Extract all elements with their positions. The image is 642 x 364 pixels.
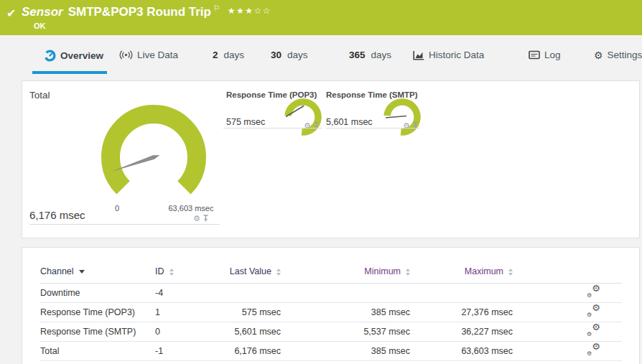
cell-minimum: 385 msec bbox=[281, 302, 410, 322]
channel-settings-icon[interactable]: ⚙⚙ bbox=[587, 325, 600, 336]
gear-icon[interactable]: ⚙ bbox=[304, 122, 311, 130]
cell-minimum: 385 msec bbox=[281, 341, 410, 360]
channel-settings-icon[interactable]: ⚙⚙ bbox=[587, 286, 600, 297]
divider bbox=[223, 128, 322, 129]
broadcast-icon bbox=[119, 50, 133, 60]
channel-table: Channel ID Last Value Minimum Maximum Do… bbox=[40, 261, 622, 361]
sort-icon bbox=[508, 269, 513, 276]
pin-icon[interactable] bbox=[412, 122, 419, 130]
column-header-minimum[interactable]: Minimum bbox=[281, 261, 410, 283]
gauge-tile-actions[interactable]: ⚙ bbox=[304, 122, 320, 130]
gauge-max-label: 63,603 msec bbox=[144, 204, 238, 213]
tab-label: days bbox=[224, 50, 245, 60]
sensor-page: ✔ Sensor SMTP&POP3 Round Trip ⚐ ★★★☆☆ OK… bbox=[0, 0, 642, 364]
gauge-value-pop3: 575 msec bbox=[226, 117, 265, 127]
area-chart-icon bbox=[413, 50, 424, 60]
cell-maximum: 63,603 msec bbox=[410, 341, 513, 360]
active-tab-underline bbox=[32, 71, 107, 74]
sort-icon bbox=[169, 269, 174, 276]
channel-settings-icon[interactable]: ⚙⚙ bbox=[587, 345, 600, 355]
log-icon bbox=[529, 50, 540, 60]
cell-last-value: 575 msec bbox=[216, 302, 281, 322]
gauge-min-label: 0 bbox=[110, 204, 124, 213]
gauge-tile-actions[interactable]: ⚙ bbox=[193, 215, 209, 223]
cell-last-value: 5,601 msec bbox=[216, 322, 281, 341]
sort-desc-icon bbox=[79, 270, 85, 274]
ok-check-icon: ✔ bbox=[6, 6, 16, 20]
sensor-status-text: OK bbox=[34, 22, 46, 30]
tab-settings[interactable]: ⚙ Settings bbox=[594, 50, 642, 60]
tab-2-days[interactable]: 2 days bbox=[213, 50, 244, 60]
column-header-actions bbox=[513, 261, 622, 283]
tab-label: Settings bbox=[608, 50, 642, 60]
total-gauge bbox=[101, 105, 206, 210]
cell-id: -1 bbox=[155, 341, 216, 360]
gear-icon: ⚙ bbox=[594, 50, 603, 60]
sensor-title: SMTP&POP3 Round Trip bbox=[68, 5, 211, 19]
channel-settings-icon[interactable]: ⚙⚙ bbox=[587, 306, 600, 317]
overview-gauges-panel: Total 0 63,603 msec 6,176 msec ⚙ Respons… bbox=[22, 80, 640, 238]
pin-icon[interactable] bbox=[313, 122, 320, 130]
cell-channel: Downtime bbox=[40, 283, 155, 302]
table-row: Response Time (SMTP) 0 5,601 msec 5,537 … bbox=[40, 322, 622, 341]
tab-label: days bbox=[287, 50, 308, 60]
cell-id: 0 bbox=[155, 322, 216, 341]
gauge-value-smtp: 5,601 msec bbox=[326, 117, 373, 127]
tab-number: 2 bbox=[213, 50, 218, 60]
channel-table-panel: Channel ID Last Value Minimum Maximum Do… bbox=[22, 247, 640, 364]
tab-number: 365 bbox=[349, 50, 366, 60]
tab-label: Historic Data bbox=[429, 50, 484, 60]
sensor-kind-label: Sensor bbox=[22, 5, 63, 19]
cell-id: -4 bbox=[155, 283, 216, 302]
tab-live-data[interactable]: Live Data bbox=[119, 50, 178, 60]
cell-channel: Total bbox=[40, 341, 155, 360]
table-row: Response Time (POP3) 1 575 msec 385 msec… bbox=[40, 302, 622, 322]
tab-label: Log bbox=[544, 50, 561, 60]
table-row: Total -1 6,176 msec 385 msec 63,603 msec… bbox=[40, 341, 622, 360]
star-rating[interactable]: ★★★☆☆ bbox=[228, 6, 271, 16]
tab-365-days[interactable]: 365 days bbox=[349, 50, 391, 60]
pop3-gauge bbox=[284, 98, 322, 136]
table-header-row: Channel ID Last Value Minimum Maximum bbox=[40, 261, 622, 283]
cell-id: 1 bbox=[155, 302, 216, 322]
cell-channel: Response Time (POP3) bbox=[40, 302, 155, 322]
tab-number: 30 bbox=[271, 50, 282, 60]
cell-maximum bbox=[410, 283, 513, 302]
column-header-maximum[interactable]: Maximum bbox=[410, 261, 513, 283]
gauge-needle bbox=[386, 116, 406, 118]
sensor-title-line: Sensor SMTP&POP3 Round Trip ⚐ ★★★☆☆ bbox=[22, 5, 271, 19]
cell-channel: Response Time (SMTP) bbox=[40, 322, 155, 341]
gauge-tile-actions[interactable]: ⚙ bbox=[403, 122, 419, 130]
cell-last-value bbox=[216, 283, 281, 302]
pin-icon[interactable] bbox=[203, 215, 209, 223]
cell-maximum: 27,376 msec bbox=[410, 302, 513, 322]
gear-icon[interactable]: ⚙ bbox=[193, 215, 200, 223]
cell-minimum bbox=[281, 283, 410, 302]
column-header-id[interactable]: ID bbox=[155, 261, 216, 283]
cell-maximum: 36,227 msec bbox=[410, 322, 513, 341]
priority-flag-icon[interactable]: ⚐ bbox=[213, 4, 220, 13]
tab-label: Live Data bbox=[137, 50, 178, 60]
gauge-value-total: 6,176 msec bbox=[29, 209, 85, 221]
column-header-channel[interactable]: Channel bbox=[40, 261, 155, 283]
gear-icon[interactable]: ⚙ bbox=[403, 122, 410, 130]
sort-icon bbox=[406, 269, 410, 276]
sensor-status-bar: ✔ Sensor SMTP&POP3 Round Trip ⚐ ★★★☆☆ OK bbox=[0, 0, 642, 35]
divider bbox=[325, 128, 419, 129]
tab-label: days bbox=[371, 50, 392, 60]
gauge-icon bbox=[44, 50, 56, 62]
smtp-gauge bbox=[383, 98, 421, 136]
tab-30-days[interactable]: 30 days bbox=[271, 50, 308, 60]
table-row: Downtime -4 ⚙⚙ bbox=[40, 283, 622, 302]
column-header-last-value[interactable]: Last Value bbox=[216, 261, 281, 283]
gauge-arc bbox=[111, 114, 197, 187]
tab-historic-data[interactable]: Historic Data bbox=[413, 50, 484, 60]
sort-icon bbox=[276, 269, 281, 276]
tab-label: Overview bbox=[60, 50, 103, 61]
tab-overview[interactable]: Overview bbox=[44, 50, 103, 62]
tab-log[interactable]: Log bbox=[529, 50, 561, 60]
gauge-title-total: Total bbox=[29, 90, 50, 101]
cell-minimum: 5,537 msec bbox=[281, 322, 410, 341]
cell-last-value: 6,176 msec bbox=[216, 341, 281, 360]
divider bbox=[29, 224, 220, 225]
